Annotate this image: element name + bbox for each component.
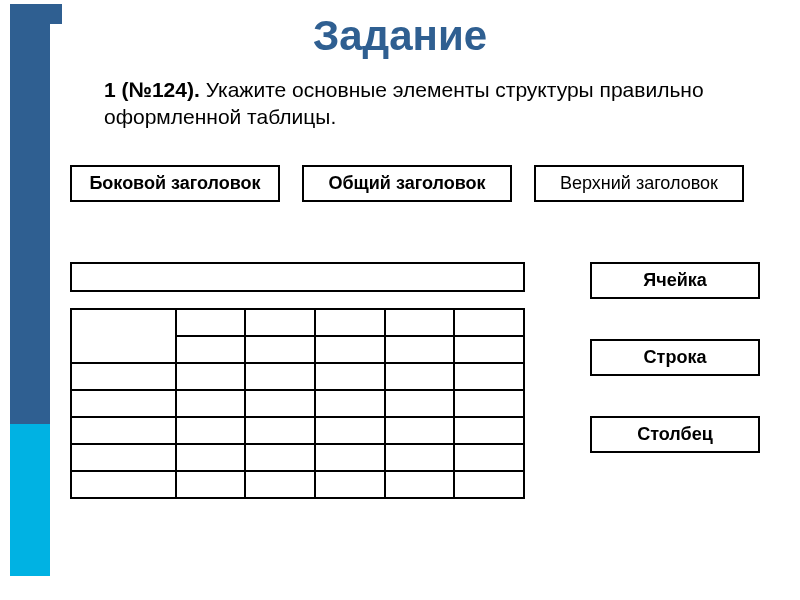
table-row	[71, 390, 524, 417]
top-label-row: Боковой заголовок Общий заголовок Верхни…	[70, 165, 770, 202]
page-title: Задание	[0, 12, 800, 60]
table-caption-bar	[70, 262, 525, 292]
decor-left-bar-dark	[10, 24, 50, 424]
label-top-header: Верхний заголовок	[534, 165, 744, 202]
label-general-header: Общий заголовок	[302, 165, 512, 202]
label-side-header: Боковой заголовок	[70, 165, 280, 202]
label-row: Строка	[590, 339, 760, 376]
decor-left-bar-light	[10, 424, 50, 576]
task-text: 1 (№124). Укажите основные элементы стру…	[104, 76, 724, 131]
table-row	[71, 309, 524, 336]
table-row	[71, 444, 524, 471]
table-row	[71, 417, 524, 444]
content-area: Боковой заголовок Общий заголовок Верхни…	[70, 165, 770, 499]
task-number: 1 (№124).	[104, 78, 200, 101]
right-label-column: Ячейка Строка Столбец	[590, 262, 760, 499]
slide: Задание 1 (№124). Укажите основные элеме…	[0, 0, 800, 600]
table-row	[71, 363, 524, 390]
label-column: Столбец	[590, 416, 760, 453]
label-cell: Ячейка	[590, 262, 760, 299]
table-row	[71, 471, 524, 498]
table-grid	[70, 308, 525, 499]
table-diagram	[70, 262, 530, 499]
lower-area: Ячейка Строка Столбец	[70, 262, 770, 499]
